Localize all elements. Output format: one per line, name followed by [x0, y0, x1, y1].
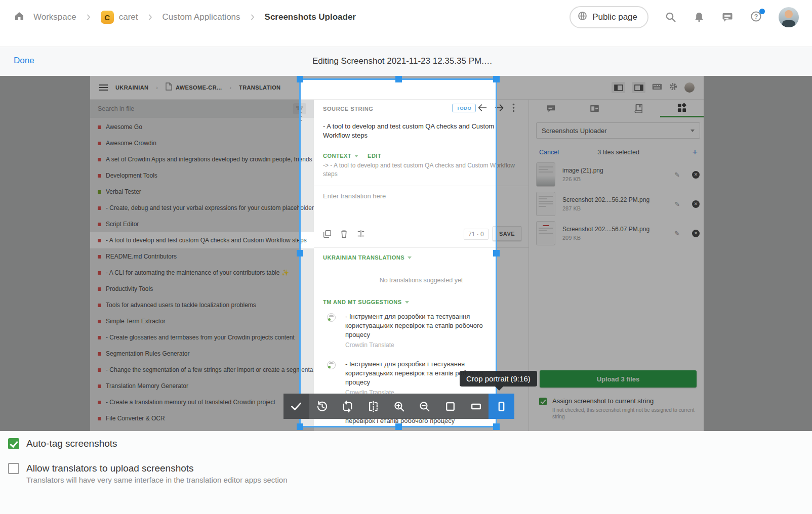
list-item: - Create, debug and test your verbal exp… [90, 200, 314, 216]
done-button[interactable]: Done [14, 56, 34, 66]
zoom-in-button[interactable] [386, 394, 412, 419]
crop-square-button[interactable] [437, 394, 463, 419]
string-status-icon [98, 304, 101, 307]
messages-icon[interactable] [721, 11, 734, 23]
app-select-dropdown: Screenshots Uploader [536, 122, 700, 139]
string-status-icon [98, 320, 101, 323]
chevron-right-icon [146, 13, 154, 21]
list-item: - Change the segmentation of a few strin… [90, 362, 314, 378]
string-status-icon [98, 271, 101, 275]
more-options-icon [512, 103, 515, 114]
assign-checkbox-label: Assign screenshot to current string [552, 397, 697, 405]
hamburger-menu-icon [99, 84, 108, 91]
zoom-out-button[interactable] [412, 394, 437, 419]
edit-file-icon: ✎ [674, 230, 680, 237]
crop-handle-top-right[interactable] [493, 76, 500, 82]
crop-handle-middle-right[interactable] [493, 250, 500, 256]
string-status-icon [98, 125, 101, 129]
home-icon[interactable] [13, 10, 25, 24]
string-status-icon [98, 401, 101, 404]
user-avatar[interactable] [779, 7, 799, 27]
allow-translators-checkbox[interactable] [8, 463, 19, 474]
shot-crumb-language: UKRAINIAN [115, 84, 148, 91]
reset-history-button[interactable] [309, 394, 335, 419]
file-size: 287 KB [562, 205, 667, 211]
apply-crop-button[interactable] [283, 394, 309, 419]
list-item: Tools for advanced users to tackle local… [90, 297, 314, 313]
screenshots-uploader-page: Workspace C caret Custom Applications Sc… [0, 0, 812, 514]
app-header: Workspace C caret Custom Applications Sc… [0, 0, 812, 47]
string-status-icon [98, 287, 101, 291]
file-size: 209 KB [562, 235, 667, 241]
list-item: Awesome Go [90, 119, 314, 135]
crop-portrait-button[interactable] [489, 394, 514, 419]
breadcrumb-project[interactable]: C caret [101, 11, 138, 24]
crop-editor-canvas: UKRAINIAN › AWESOME-CR... › TRANSLATION [0, 76, 812, 431]
file-name: Screenshot 202....56.22 PM.png [562, 196, 667, 203]
string-status-icon [98, 255, 101, 259]
upload-files-button: Upload 3 files [540, 370, 697, 388]
allow-translators-hint: Translators will have very same interfac… [26, 476, 288, 484]
string-status-icon [98, 174, 101, 178]
list-item: Verbal Tester [90, 184, 314, 200]
string-status-icon [98, 352, 101, 356]
list-item: Development Tools [90, 167, 314, 184]
file-size: 226 KB [562, 176, 667, 182]
toggle-right-panel-icon [632, 82, 645, 93]
tab-comments [529, 100, 573, 117]
add-file-icon: + [692, 149, 698, 156]
gear-icon [669, 82, 678, 93]
auto-tag-checkbox[interactable] [8, 438, 19, 449]
notification-dot [759, 9, 765, 14]
breadcrumb-custom-applications[interactable]: Custom Applications [163, 12, 240, 22]
crop-landscape-button[interactable] [463, 394, 489, 419]
uploader-settings: Auto-tag screenshots Allow translators t… [0, 431, 812, 514]
public-page-button[interactable]: Public page [570, 6, 648, 28]
shot-apps-panel: Screenshots Uploader Cancel 3 files sele… [529, 100, 704, 431]
edit-file-icon: ✎ [674, 200, 680, 208]
crop-handle-top-left[interactable] [297, 76, 303, 82]
edit-bar: Done Editing Screenshot 2021-11-23 12.35… [0, 47, 812, 76]
rotate-crop-button[interactable] [335, 394, 360, 419]
list-item: Translation Memory Generator [90, 378, 314, 394]
string-status-icon [98, 239, 101, 242]
string-status-icon [98, 336, 101, 339]
list-item: File Converter & OCR [90, 410, 314, 426]
project-icon: C [101, 11, 114, 24]
upload-file-row: Screenshot 202....56.22 PM.png287 KB ✎ ✕ [536, 191, 700, 217]
search-icon[interactable] [665, 11, 677, 23]
shot-search-bar [90, 100, 314, 118]
chevron-right-icon [249, 13, 257, 21]
breadcrumb-screenshots-uploader: Screenshots Uploader [265, 12, 356, 22]
crop-handle-top-center[interactable] [395, 76, 402, 82]
help-button[interactable]: ? [750, 10, 762, 25]
string-status-icon [98, 223, 101, 226]
shot-file-list-panel: Awesome Go Awesome Crowdin A set of Crow… [90, 100, 314, 431]
assign-checkbox-hint: If not checked, this screenshot might no… [552, 407, 697, 420]
flip-button[interactable] [360, 394, 386, 419]
remove-file-icon: ✕ [692, 171, 700, 179]
crop-portrait-tooltip: Crop portrait (9:16) [460, 371, 537, 387]
crop-toolbar [283, 394, 514, 419]
toggle-left-panel-icon [612, 82, 625, 93]
string-status-icon [98, 206, 101, 210]
shot-crumb-file: AWESOME-CR... [176, 84, 222, 91]
string-status-icon [98, 368, 101, 372]
edit-file-icon: ✎ [674, 171, 680, 179]
notifications-bell-icon[interactable] [693, 11, 705, 23]
globe-icon [577, 11, 588, 24]
list-item: A set of Crowdin Apps and integrations d… [90, 151, 314, 167]
auto-tag-label: Auto-tag screenshots [26, 438, 117, 449]
upload-file-row: image (21).png226 KB ✎ ✕ [536, 161, 700, 188]
breadcrumb-workspace[interactable]: Workspace [33, 12, 76, 22]
string-status-icon [98, 142, 101, 145]
crop-handle-middle-left[interactable] [297, 250, 303, 256]
shot-user-avatar [684, 82, 695, 93]
crop-handle-bottom-center[interactable] [395, 423, 402, 430]
list-item: README.md Contributors [90, 248, 314, 265]
crop-handle-bottom-right[interactable] [493, 423, 500, 430]
crop-handle-bottom-left[interactable] [297, 423, 303, 430]
breadcrumb: Workspace C caret Custom Applications Sc… [13, 10, 356, 24]
chevron-right-icon: › [156, 84, 158, 91]
file-name: Screenshot 202....56.07 PM.png [562, 226, 667, 233]
